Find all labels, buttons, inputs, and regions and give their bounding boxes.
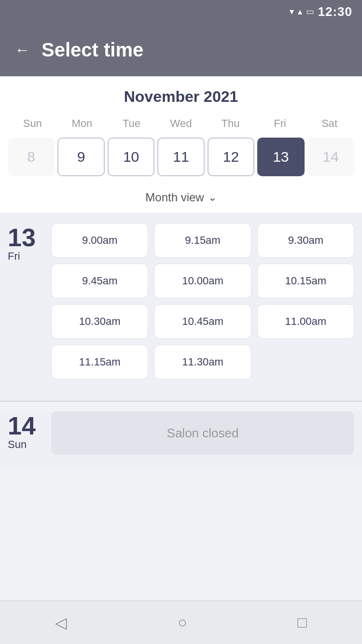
status-icons: ▾ ▴ ▭ 12:30: [290, 4, 353, 19]
time-slot-1115am[interactable]: 11.15am: [51, 345, 148, 379]
date-9[interactable]: 9: [57, 138, 104, 176]
date-12[interactable]: 12: [208, 138, 254, 176]
status-time: 12:30: [318, 4, 353, 19]
time-slot-1015am[interactable]: 10.15am: [257, 264, 354, 298]
time-slot-900am[interactable]: 9.00am: [51, 223, 148, 258]
day-14-number: 14: [8, 413, 36, 438]
weekday-sat: Sat: [305, 115, 354, 132]
header: ← Select time: [0, 23, 362, 76]
day-13-number: 13: [8, 225, 36, 250]
month-view-toggle[interactable]: Month view ⌄: [0, 184, 362, 213]
time-slot-915am[interactable]: 9.15am: [154, 223, 251, 258]
time-slot-945am[interactable]: 9.45am: [51, 264, 148, 298]
status-bar: ▾ ▴ ▭ 12:30: [0, 0, 362, 23]
weekday-row: Sun Mon Tue Wed Thu Fri Sat: [8, 115, 354, 132]
time-slot-1045am[interactable]: 10.45am: [154, 304, 251, 339]
time-slot-1030am[interactable]: 10.30am: [51, 304, 148, 339]
day-13-row: 13 Fri 9.00am 9.15am 9.30am 9.45am 10.00…: [8, 223, 354, 379]
date-13[interactable]: 13: [257, 138, 304, 176]
calendar-section: November 2021 Sun Mon Tue Wed Thu Fri Sa…: [0, 76, 362, 184]
time-slot-930am[interactable]: 9.30am: [257, 223, 354, 258]
weekday-fri: Fri: [255, 115, 305, 132]
date-10[interactable]: 10: [108, 138, 154, 176]
day-14-name: Sun: [8, 438, 27, 451]
date-14[interactable]: 14: [307, 138, 354, 176]
weekday-mon: Mon: [57, 115, 107, 132]
chevron-down-icon: ⌄: [208, 191, 217, 204]
day-13-name: Fri: [8, 250, 20, 263]
time-slot-1000am[interactable]: 10.00am: [154, 264, 251, 298]
time-section: 13 Fri 9.00am 9.15am 9.30am 9.45am 10.00…: [0, 213, 362, 401]
time-slot-1100am[interactable]: 11.00am: [257, 304, 354, 339]
month-year-title: November 2021: [8, 88, 354, 106]
time-slot-1130am[interactable]: 11.30am: [154, 345, 251, 379]
day-14-row: 14 Sun Salon closed: [8, 411, 354, 455]
section-divider: [0, 401, 362, 402]
month-view-label: Month view: [145, 191, 204, 204]
nav-recent-icon[interactable]: □: [297, 614, 306, 631]
day-13-label: 13 Fri: [8, 223, 51, 263]
time-grid-13: 9.00am 9.15am 9.30am 9.45am 10.00am 10.1…: [51, 223, 354, 379]
weekday-tue: Tue: [107, 115, 156, 132]
weekday-wed: Wed: [156, 115, 206, 132]
wifi-icon: ▾: [290, 6, 294, 17]
weekday-thu: Thu: [206, 115, 255, 132]
back-button[interactable]: ←: [14, 41, 30, 59]
dates-row: 8 9 10 11 12 13 14: [8, 138, 354, 184]
date-8[interactable]: 8: [8, 138, 55, 176]
day-14-label: 14 Sun: [8, 411, 51, 451]
nav-back-icon[interactable]: ◁: [55, 614, 67, 632]
weekday-sun: Sun: [8, 115, 57, 132]
page-title: Select time: [42, 39, 143, 61]
signal-icon: ▴: [298, 6, 302, 17]
date-11[interactable]: 11: [157, 138, 204, 176]
battery-icon: ▭: [306, 6, 314, 17]
salon-closed-message: Salon closed: [51, 411, 354, 455]
closed-section: 14 Sun Salon closed: [0, 411, 362, 466]
bottom-nav: ◁ ○ □: [0, 601, 362, 644]
nav-home-icon[interactable]: ○: [178, 614, 187, 631]
